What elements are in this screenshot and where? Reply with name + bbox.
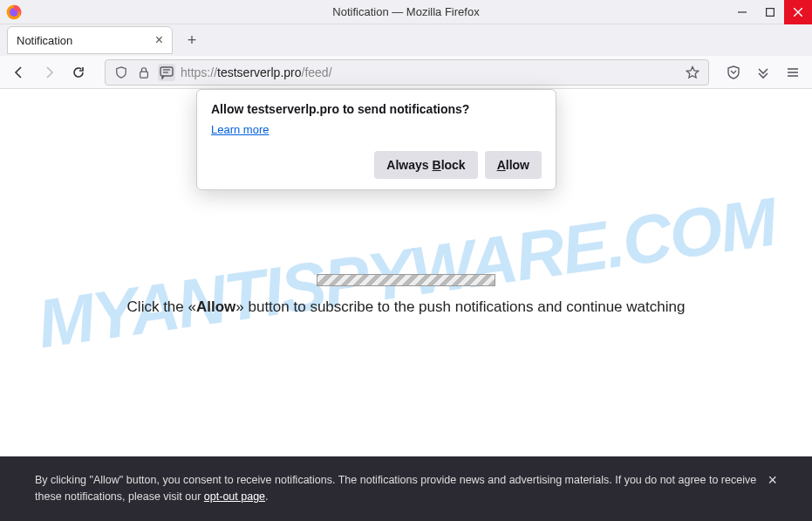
forward-button[interactable] (37, 60, 61, 85)
svg-rect-6 (140, 72, 148, 78)
navigation-toolbar: https://testserverlp.pro/feed/ (0, 56, 812, 89)
learn-more-link[interactable]: Learn more (211, 123, 269, 136)
url-text: https://testserverlp.pro/feed/ (181, 65, 679, 79)
lock-icon[interactable] (135, 64, 153, 81)
page-instruction: Click the «Allow» button to subscribe to… (0, 298, 812, 316)
svg-rect-3 (767, 8, 774, 16)
consent-text: By clicking "Allow" button, you consent … (35, 472, 777, 505)
tab-bar: Notification × + (0, 24, 812, 56)
notification-permission-prompt: Allow testserverlp.pro to send notificat… (196, 89, 556, 190)
window-controls (728, 0, 812, 24)
back-button[interactable] (7, 60, 31, 85)
watermark-text: MYANTISPYWARE.COM (32, 182, 780, 364)
consent-close-icon[interactable]: × (768, 469, 777, 492)
bookmark-star-icon[interactable] (684, 64, 701, 81)
browser-tab[interactable]: Notification × (7, 26, 173, 54)
progress-bar (317, 274, 495, 286)
overflow-icon[interactable] (751, 60, 775, 85)
reload-button[interactable] (66, 60, 91, 85)
allow-button[interactable]: Allow (485, 151, 542, 179)
close-window-button[interactable] (784, 0, 812, 24)
new-tab-button[interactable]: + (180, 28, 204, 52)
always-block-button[interactable]: Always Block (374, 151, 477, 179)
permission-icon[interactable] (158, 64, 175, 81)
permission-title: Allow testserverlp.pro to send notificat… (211, 102, 542, 116)
consent-bar: By clicking "Allow" button, you consent … (0, 456, 812, 521)
opt-out-link[interactable]: opt-out page (204, 490, 265, 503)
tab-label: Notification (17, 34, 72, 47)
firefox-logo-icon (0, 3, 23, 21)
maximize-button[interactable] (756, 0, 784, 24)
pocket-icon[interactable] (721, 60, 746, 85)
shield-icon[interactable] (113, 64, 130, 81)
window-titlebar: Notification — Mozilla Firefox (0, 0, 812, 24)
svg-rect-7 (160, 67, 173, 76)
tab-close-icon[interactable]: × (155, 32, 163, 48)
menu-icon[interactable] (781, 60, 805, 85)
window-title: Notification — Mozilla Firefox (332, 5, 479, 18)
minimize-button[interactable] (728, 0, 756, 24)
url-bar[interactable]: https://testserverlp.pro/feed/ (105, 59, 709, 86)
